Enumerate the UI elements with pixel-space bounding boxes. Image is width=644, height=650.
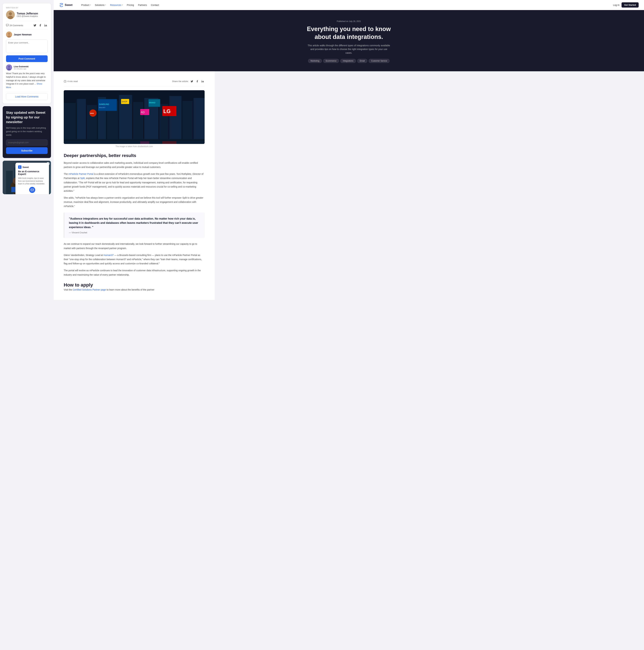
load-more-button[interactable]: Load More Comments [6, 93, 48, 100]
comment-count: 24 Comments [6, 24, 23, 27]
navbar: Sweet Product ▾ Solutions ▾ Resources ▾ … [54, 0, 644, 10]
tag-integrations[interactable]: Integrations [340, 59, 356, 63]
tag-ecommerce[interactable]: Ecommerce [323, 59, 339, 63]
commenter-row: Lisa Gutowski 32 minutes ago [6, 64, 48, 70]
commenter-info: Lisa Gutowski 32 minutes ago [14, 65, 29, 70]
section1-title: Deeper partnerships, better results [64, 153, 204, 158]
blockquote-text: "Audience integrations are key for succe… [69, 217, 200, 229]
promo-title: Be an E-commerce Expert! [18, 170, 46, 176]
svg-point-9 [8, 66, 10, 68]
svg-text:SHOP: SHOP [122, 101, 127, 103]
facebook-icon[interactable] [38, 23, 42, 27]
nav-contact[interactable]: Contact [151, 4, 159, 6]
comment-user-row: Jasper Newman [6, 32, 48, 38]
comment-item: Lisa Gutowski 32 minutes ago Wow! Thank … [6, 62, 48, 92]
comment-text: Wow! Thank you for the post it was very … [6, 72, 48, 89]
solutions-chevron: ▾ [105, 4, 106, 6]
product-chevron: ▾ [90, 4, 91, 6]
share-row: Share the article: [172, 79, 204, 83]
logo-icon [59, 3, 64, 7]
author-info: Tomas Jefferson CEO @Sweet Analytics [17, 12, 38, 17]
subscribe-button[interactable]: Subscribe [6, 147, 48, 154]
svg-rect-32 [169, 96, 182, 144]
paragraph-6: The portal will evolve as mParticle cont… [64, 268, 204, 277]
nav-pricing[interactable]: Pricing [127, 4, 134, 6]
blockquote: "Audience integrations are key for succe… [64, 213, 204, 238]
image-caption: The image is taken from shutterstock.com [64, 145, 204, 148]
author-card: WRITTEN BY Tomas Jefferson CEO @Sweet An… [3, 3, 51, 104]
commenter-avatar [6, 64, 12, 70]
svg-text:●●●: ●●● [90, 112, 94, 114]
svg-text:BRAND: BRAND [149, 102, 155, 104]
commenter-time: 32 minutes ago [14, 68, 29, 70]
svg-rect-29 [133, 102, 143, 144]
promo-logo-row: S Sweet [18, 166, 46, 169]
tag-marketing[interactable]: Marketing [308, 59, 322, 63]
svg-rect-52 [162, 141, 177, 144]
hero-section: Published on July 16, 2021 Everything yo… [54, 10, 644, 71]
promo-logo-text: Sweet [23, 166, 29, 169]
nav-product[interactable]: Product ▾ [81, 4, 91, 6]
svg-text:AD: AD [141, 111, 145, 114]
article-date: Published on July 16, 2021 [61, 20, 637, 23]
linkedin-icon[interactable] [44, 23, 48, 27]
divider [6, 29, 48, 30]
comment-count-text: 24 Comments [9, 24, 23, 27]
newsletter-card: Stay updated with Sweet by signing up fo… [3, 106, 51, 158]
nav-partners[interactable]: Partners [138, 4, 147, 6]
clock-icon [64, 80, 66, 83]
mparticle-link[interactable]: mParticle Partner Portal [68, 173, 93, 175]
social-icons [33, 23, 48, 27]
social-row: 24 Comments [6, 21, 48, 27]
svg-text:SAMSUNG: SAMSUNG [99, 103, 109, 106]
blockquote-author: — Vincent Crochet [69, 231, 200, 234]
svg-rect-33 [183, 101, 193, 144]
svg-point-4 [44, 24, 45, 25]
article-container: 4 min read Share the article: [54, 71, 215, 300]
get-started-button[interactable]: Get Started [621, 2, 639, 7]
nav-actions: Log In Get Started [613, 2, 639, 7]
article-subtitle: This article walks through the different… [307, 44, 391, 55]
human37-link[interactable]: Human37 [104, 254, 114, 256]
promo-email-icon [29, 187, 35, 193]
comment-icon [6, 24, 9, 27]
share-linkedin-icon[interactable] [200, 79, 204, 83]
svg-point-6 [8, 33, 10, 35]
comment-textarea[interactable] [6, 40, 48, 53]
svg-point-1 [9, 12, 12, 15]
paragraph-5: Glenn Vanderlinden, Strategy Lead at Hum… [64, 253, 204, 266]
share-facebook-icon[interactable] [195, 79, 199, 83]
section2-title: How to apply [64, 282, 204, 288]
read-time: 4 min read [64, 80, 78, 83]
article-title: Everything you need to know about data i… [299, 25, 399, 41]
svg-rect-51 [64, 141, 204, 144]
paragraph-3: She adds, "mParticle has always been a p… [64, 196, 204, 209]
paragraph-7: Visit the Certified Solutions Partner pa… [64, 288, 204, 292]
written-by-label: WRITTEN BY [6, 7, 48, 9]
promo-logo-icon: S [18, 166, 22, 169]
newsletter-email-input[interactable] [6, 139, 48, 146]
twitter-icon[interactable] [33, 23, 37, 27]
nav-links: Product ▾ Solutions ▾ Resources ▾ Pricin… [81, 4, 608, 6]
current-username: Jasper Newman [14, 33, 32, 36]
nav-solutions[interactable]: Solutions ▾ [95, 4, 106, 6]
sidebar: WRITTEN BY Tomas Jefferson CEO @Sweet An… [0, 0, 54, 650]
tag-email[interactable]: Email [357, 59, 367, 63]
share-twitter-icon[interactable] [190, 79, 194, 83]
nav-resources[interactable]: Resources ▾ [110, 4, 123, 6]
paragraph-4: As we continue to expand our reach domes… [64, 242, 204, 250]
author-name: Tomas Jefferson [17, 12, 38, 15]
tag-customer-service[interactable]: Customer Service [369, 59, 389, 63]
certified-solutions-link[interactable]: Certified Solutions Partner page [73, 288, 106, 291]
split-link[interactable]: Split [80, 177, 85, 179]
promo-overlay: S Sweet Be an E-commerce Expert! With fr… [15, 163, 49, 194]
post-comment-button[interactable]: Post Comment [6, 56, 48, 62]
nav-logo[interactable]: Sweet [59, 3, 72, 7]
author-avatar [6, 10, 15, 19]
svg-rect-23 [64, 103, 76, 144]
login-link[interactable]: Log In [613, 4, 619, 6]
svg-rect-3 [6, 24, 8, 26]
svg-rect-19 [31, 189, 34, 191]
article-hero-image: LG AD SAMSUNG GALAXY ●●● SHOP BRAND [64, 90, 204, 144]
paragraph-1: Beyond easier access to collaborative sa… [64, 161, 204, 169]
